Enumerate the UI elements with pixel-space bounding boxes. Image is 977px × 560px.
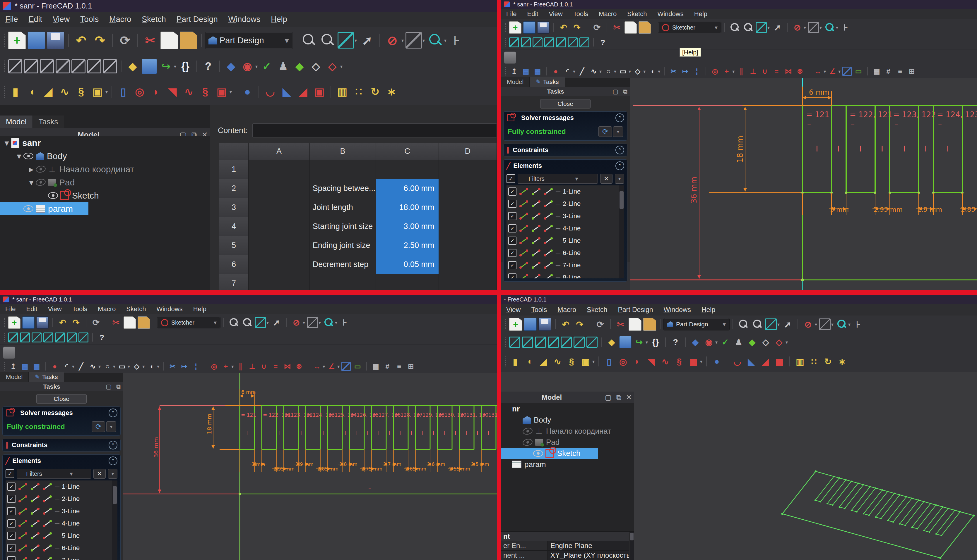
property-scrollbar[interactable] xyxy=(629,532,634,560)
view-front-icon[interactable] xyxy=(20,332,30,342)
cell-A4[interactable] xyxy=(248,217,309,236)
element-checkbox[interactable]: ✓ xyxy=(508,261,517,269)
linear-pattern-icon[interactable]: ∷ xyxy=(808,355,820,368)
dropdown-arrow-icon[interactable]: ▾ xyxy=(700,359,703,364)
grid-icon[interactable]: ▦ xyxy=(872,67,882,76)
dropdown-arrow-icon[interactable]: ▾ xyxy=(105,89,108,95)
dropdown-arrow-icon[interactable]: ▾ xyxy=(848,322,850,327)
expand-arrow-icon[interactable]: ▾ xyxy=(15,151,23,161)
view-rear-icon[interactable] xyxy=(556,37,566,47)
measure-icon[interactable]: ➚ xyxy=(359,32,376,49)
menu-tools[interactable]: Tools xyxy=(526,306,552,314)
grid-icon[interactable]: ▦ xyxy=(371,362,381,372)
leave-sketch-icon[interactable]: ↥ xyxy=(8,362,18,372)
settings-dropdown-icon[interactable]: ▾ xyxy=(108,469,117,479)
panel-float-icon[interactable]: ⧉ xyxy=(116,383,120,390)
element-checkbox[interactable]: ✓ xyxy=(7,519,15,528)
fillet-icon[interactable]: ◡ xyxy=(263,85,278,99)
dropdown-arrow-icon[interactable]: ▾ xyxy=(323,364,325,369)
draft-icon[interactable]: ◢ xyxy=(296,85,310,99)
dropdown-arrow-icon[interactable]: ▾ xyxy=(174,64,176,69)
dropdown-arrow-icon[interactable]: ▾ xyxy=(715,340,718,345)
dropdown-arrow-icon[interactable]: ▾ xyxy=(340,64,343,69)
sync-view-icon[interactable] xyxy=(427,32,443,49)
arc-icon[interactable]: ◜ xyxy=(562,67,572,76)
zoom-selection-icon[interactable] xyxy=(751,318,763,330)
whats-this-icon[interactable]: ? xyxy=(201,59,216,74)
dropdown-arrow-icon[interactable]: ▾ xyxy=(592,359,595,364)
row-header-7[interactable]: 7 xyxy=(219,274,249,290)
visibility-eye-icon[interactable] xyxy=(23,205,33,212)
subtractive-pipe-icon[interactable]: ∿ xyxy=(182,85,196,99)
spline-icon[interactable]: ∿ xyxy=(589,67,599,76)
save-icon[interactable] xyxy=(537,22,550,33)
cell-B3[interactable]: Joint length xyxy=(309,198,376,217)
copy-icon[interactable] xyxy=(124,317,136,329)
select-all-checkbox[interactable]: ✓ xyxy=(5,469,14,478)
view-isometric-icon[interactable] xyxy=(509,37,519,47)
sketch-viewport[interactable]: 36 mm18 mm6 mm= 121–= 122, 121–= 123, 12… xyxy=(630,78,977,290)
cell-B4[interactable]: Starting joint size xyxy=(309,217,376,236)
zoom-fit-icon[interactable] xyxy=(228,317,239,328)
new-document-icon[interactable]: + xyxy=(8,32,26,49)
subshape-icon[interactable]: ◇ xyxy=(760,336,771,348)
toolbar-drag-handle[interactable] xyxy=(505,319,506,329)
circle-icon[interactable]: ○ xyxy=(102,362,112,372)
tree-item-sketch[interactable]: Sketch xyxy=(0,189,210,202)
copy-icon[interactable] xyxy=(629,318,641,331)
zoom-selection-icon[interactable] xyxy=(742,22,754,33)
multitransform-icon[interactable]: ∗ xyxy=(836,355,848,368)
toolbar-drag-handle[interactable] xyxy=(505,337,506,347)
menu-edit[interactable]: Edit xyxy=(21,305,42,313)
workbench-selector[interactable]: Sketcher▾ xyxy=(658,22,721,33)
row-header-4[interactable]: 4 xyxy=(219,217,249,236)
revolution-icon[interactable]: ◖ xyxy=(523,355,535,368)
slot-icon[interactable]: ◖ xyxy=(647,67,657,76)
view-bottom-icon[interactable] xyxy=(67,332,77,342)
tree-item-начало-координат[interactable]: ▸⊥Начало координат xyxy=(0,163,210,176)
tree-item-sanr[interactable]: ▾sanr xyxy=(0,136,210,150)
row-header-2[interactable]: 2 xyxy=(219,179,249,198)
constraint-symmetric-icon[interactable]: ⋈ xyxy=(783,67,793,76)
toolbar-drag-handle[interactable] xyxy=(4,362,5,370)
toolbar-drag-handle[interactable] xyxy=(4,60,5,72)
cut-icon[interactable]: ✂ xyxy=(110,317,122,328)
dropdown-arrow-icon[interactable]: ▾ xyxy=(444,38,447,43)
revolution-icon[interactable]: ◖ xyxy=(25,85,39,99)
subtractive-helix-icon[interactable]: § xyxy=(198,85,212,99)
open-folder-icon[interactable] xyxy=(524,318,537,331)
dropdown-arrow-icon[interactable]: ▾ xyxy=(823,69,826,74)
cell-D5[interactable] xyxy=(438,236,497,255)
cell-C3[interactable]: 18.00 mm xyxy=(376,198,438,217)
element-checkbox[interactable]: ✓ xyxy=(508,249,517,257)
element-row-3-line[interactable]: ✓—3-Line xyxy=(507,210,624,222)
element-checkbox[interactable]: ✓ xyxy=(508,224,517,232)
clipping-plane-icon[interactable]: ⊘ xyxy=(802,318,814,330)
workbench-selector[interactable]: Sketcher▾ xyxy=(157,317,221,328)
content-input[interactable] xyxy=(253,123,497,137)
dropdown-arrow-icon[interactable]: ▾ xyxy=(804,25,806,30)
element-row-6-line[interactable]: ✓—6-Line xyxy=(507,247,624,259)
titlebar[interactable]: * sanr - FreeCAD 1.0.1 xyxy=(0,0,497,12)
view-isometric-icon[interactable] xyxy=(8,332,18,342)
cell-D1[interactable] xyxy=(438,160,497,179)
view-top-icon[interactable] xyxy=(535,337,546,348)
clipping-plane-icon[interactable]: ⊘ xyxy=(290,317,302,328)
titlebar[interactable]: * sanr - FreeCAD 1.0.1 xyxy=(501,0,977,9)
paste-icon[interactable] xyxy=(643,318,656,331)
settings-wrench-icon[interactable]: ✕ xyxy=(600,174,612,183)
dropdown-arrow-icon[interactable]: ▾ xyxy=(777,322,780,327)
mirrored-icon[interactable]: ▥ xyxy=(335,85,350,99)
elements-scrollbar[interactable] xyxy=(619,185,624,278)
workbench-selector[interactable]: Part Design▾ xyxy=(205,32,293,49)
column-header-C[interactable]: C xyxy=(376,143,438,160)
view-front-icon[interactable] xyxy=(521,37,531,47)
view-rear-icon[interactable] xyxy=(55,332,65,342)
make-link-icon[interactable]: ↪ xyxy=(633,336,645,348)
elements-scrollbar[interactable] xyxy=(112,480,117,560)
toolbar-drag-handle[interactable] xyxy=(4,33,5,47)
element-row-7-line[interactable]: ✓—7-Line xyxy=(507,259,624,272)
person-icon[interactable]: ♟ xyxy=(733,336,744,348)
expand-arrow-icon[interactable]: ▾ xyxy=(27,177,36,187)
snap-icon[interactable]: # xyxy=(382,362,392,372)
